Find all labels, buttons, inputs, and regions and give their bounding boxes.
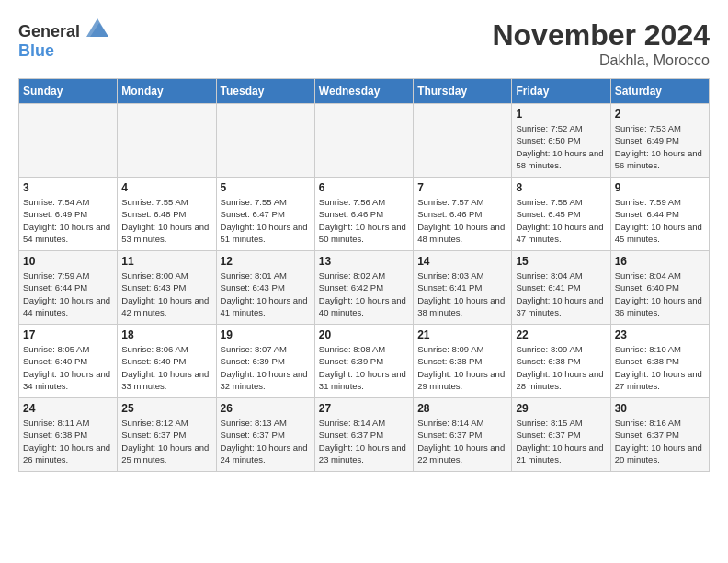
day-number: 9: [615, 181, 705, 194]
calendar-day-cell: [414, 104, 512, 178]
calendar-day-cell: 2Sunrise: 7:53 AM Sunset: 6:49 PM Daylig…: [610, 104, 709, 178]
calendar-day-cell: 29Sunrise: 8:15 AM Sunset: 6:37 PM Dayli…: [512, 398, 610, 472]
day-info: Sunrise: 8:09 AM Sunset: 6:38 PM Dayligh…: [417, 343, 507, 392]
day-number: 6: [319, 181, 409, 194]
calendar-week-row: 3Sunrise: 7:54 AM Sunset: 6:49 PM Daylig…: [19, 178, 710, 251]
weekday-header: Tuesday: [216, 79, 314, 104]
calendar-day-cell: 27Sunrise: 8:14 AM Sunset: 6:37 PM Dayli…: [314, 398, 413, 472]
title-block: November 2024 Dakhla, Morocco: [492, 18, 710, 69]
calendar-week-row: 17Sunrise: 8:05 AM Sunset: 6:40 PM Dayli…: [19, 325, 710, 398]
day-info: Sunrise: 8:08 AM Sunset: 6:39 PM Dayligh…: [319, 343, 409, 392]
day-number: 26: [221, 402, 311, 415]
day-info: Sunrise: 8:10 AM Sunset: 6:38 PM Dayligh…: [615, 343, 705, 392]
weekday-header: Saturday: [610, 79, 709, 104]
weekday-header: Wednesday: [314, 79, 413, 104]
calendar-day-cell: 22Sunrise: 8:09 AM Sunset: 6:38 PM Dayli…: [512, 325, 610, 398]
day-number: 24: [23, 402, 113, 415]
day-number: 27: [319, 402, 409, 415]
day-number: 4: [121, 181, 211, 194]
day-number: 3: [23, 181, 113, 194]
day-info: Sunrise: 7:54 AM Sunset: 6:49 PM Dayligh…: [23, 196, 113, 245]
calendar-day-cell: 10Sunrise: 7:59 AM Sunset: 6:44 PM Dayli…: [19, 251, 118, 325]
day-number: 7: [417, 181, 507, 194]
day-info: Sunrise: 8:04 AM Sunset: 6:41 PM Dayligh…: [516, 270, 606, 318]
day-number: 29: [516, 402, 606, 415]
calendar-day-cell: 21Sunrise: 8:09 AM Sunset: 6:38 PM Dayli…: [414, 325, 512, 398]
calendar-day-cell: 30Sunrise: 8:16 AM Sunset: 6:37 PM Dayli…: [610, 398, 709, 472]
day-info: Sunrise: 8:05 AM Sunset: 6:40 PM Dayligh…: [23, 343, 113, 392]
day-number: 19: [221, 328, 311, 341]
weekday-header: Thursday: [414, 79, 512, 104]
calendar-day-cell: 14Sunrise: 8:03 AM Sunset: 6:41 PM Dayli…: [414, 251, 512, 325]
day-number: 20: [319, 328, 409, 341]
day-info: Sunrise: 8:07 AM Sunset: 6:39 PM Dayligh…: [221, 343, 311, 392]
calendar-day-cell: 9Sunrise: 7:59 AM Sunset: 6:44 PM Daylig…: [610, 178, 709, 251]
logo-blue: Blue: [18, 41, 54, 60]
day-info: Sunrise: 8:11 AM Sunset: 6:38 PM Dayligh…: [23, 417, 113, 465]
day-number: 1: [516, 108, 606, 121]
calendar-day-cell: 12Sunrise: 8:01 AM Sunset: 6:43 PM Dayli…: [216, 251, 314, 325]
calendar-body: 1Sunrise: 7:52 AM Sunset: 6:50 PM Daylig…: [19, 104, 710, 472]
day-info: Sunrise: 8:14 AM Sunset: 6:37 PM Dayligh…: [319, 417, 409, 465]
day-info: Sunrise: 8:14 AM Sunset: 6:37 PM Dayligh…: [417, 417, 507, 465]
day-info: Sunrise: 8:01 AM Sunset: 6:43 PM Dayligh…: [221, 270, 311, 318]
day-number: 23: [615, 328, 705, 341]
calendar-day-cell: 20Sunrise: 8:08 AM Sunset: 6:39 PM Dayli…: [314, 325, 413, 398]
day-number: 16: [615, 255, 705, 268]
day-info: Sunrise: 8:16 AM Sunset: 6:37 PM Dayligh…: [615, 417, 705, 465]
day-info: Sunrise: 7:57 AM Sunset: 6:46 PM Dayligh…: [417, 196, 507, 245]
day-info: Sunrise: 7:53 AM Sunset: 6:49 PM Dayligh…: [615, 122, 705, 171]
calendar-day-cell: 25Sunrise: 8:12 AM Sunset: 6:37 PM Dayli…: [118, 398, 216, 472]
weekday-header: Sunday: [19, 79, 118, 104]
weekday-header-row: SundayMondayTuesdayWednesdayThursdayFrid…: [19, 79, 710, 104]
calendar-day-cell: 13Sunrise: 8:02 AM Sunset: 6:42 PM Dayli…: [314, 251, 413, 325]
calendar-table: SundayMondayTuesdayWednesdayThursdayFrid…: [18, 78, 710, 472]
day-info: Sunrise: 8:00 AM Sunset: 6:43 PM Dayligh…: [121, 270, 211, 318]
calendar-day-cell: 28Sunrise: 8:14 AM Sunset: 6:37 PM Dayli…: [414, 398, 512, 472]
calendar-day-cell: 23Sunrise: 8:10 AM Sunset: 6:38 PM Dayli…: [610, 325, 709, 398]
day-info: Sunrise: 7:56 AM Sunset: 6:46 PM Dayligh…: [319, 196, 409, 245]
calendar-day-cell: [19, 104, 118, 178]
day-number: 17: [23, 328, 113, 341]
logo-icon: [86, 18, 108, 37]
day-number: 14: [417, 255, 507, 268]
day-info: Sunrise: 8:13 AM Sunset: 6:37 PM Dayligh…: [221, 417, 311, 465]
month-title: November 2024: [492, 18, 710, 52]
weekday-header: Monday: [118, 79, 216, 104]
calendar-day-cell: 4Sunrise: 7:55 AM Sunset: 6:48 PM Daylig…: [118, 178, 216, 251]
page-header: General Blue November 2024 Dakhla, Moroc…: [18, 18, 710, 69]
calendar-day-cell: 11Sunrise: 8:00 AM Sunset: 6:43 PM Dayli…: [118, 251, 216, 325]
day-info: Sunrise: 8:06 AM Sunset: 6:40 PM Dayligh…: [121, 343, 211, 392]
day-number: 11: [121, 255, 211, 268]
calendar-day-cell: 6Sunrise: 7:56 AM Sunset: 6:46 PM Daylig…: [314, 178, 413, 251]
day-number: 5: [221, 181, 311, 194]
calendar-day-cell: [118, 104, 216, 178]
calendar-day-cell: 7Sunrise: 7:57 AM Sunset: 6:46 PM Daylig…: [414, 178, 512, 251]
calendar-day-cell: 1Sunrise: 7:52 AM Sunset: 6:50 PM Daylig…: [512, 104, 610, 178]
calendar-week-row: 1Sunrise: 7:52 AM Sunset: 6:50 PM Daylig…: [19, 104, 710, 178]
weekday-header: Friday: [512, 79, 610, 104]
calendar-day-cell: [216, 104, 314, 178]
day-number: 28: [417, 402, 507, 415]
day-number: 10: [23, 255, 113, 268]
day-info: Sunrise: 8:03 AM Sunset: 6:41 PM Dayligh…: [417, 270, 507, 318]
logo-text: General Blue: [18, 18, 108, 61]
calendar-day-cell: 3Sunrise: 7:54 AM Sunset: 6:49 PM Daylig…: [19, 178, 118, 251]
day-info: Sunrise: 7:55 AM Sunset: 6:48 PM Dayligh…: [121, 196, 211, 245]
calendar-day-cell: 17Sunrise: 8:05 AM Sunset: 6:40 PM Dayli…: [19, 325, 118, 398]
location-title: Dakhla, Morocco: [492, 52, 710, 69]
calendar-header: SundayMondayTuesdayWednesdayThursdayFrid…: [19, 79, 710, 104]
calendar-day-cell: 16Sunrise: 8:04 AM Sunset: 6:40 PM Dayli…: [610, 251, 709, 325]
day-info: Sunrise: 7:52 AM Sunset: 6:50 PM Dayligh…: [516, 122, 606, 171]
calendar-day-cell: 24Sunrise: 8:11 AM Sunset: 6:38 PM Dayli…: [19, 398, 118, 472]
day-number: 15: [516, 255, 606, 268]
calendar-week-row: 24Sunrise: 8:11 AM Sunset: 6:38 PM Dayli…: [19, 398, 710, 472]
day-info: Sunrise: 8:12 AM Sunset: 6:37 PM Dayligh…: [121, 417, 211, 465]
day-info: Sunrise: 7:58 AM Sunset: 6:45 PM Dayligh…: [516, 196, 606, 245]
calendar-day-cell: 18Sunrise: 8:06 AM Sunset: 6:40 PM Dayli…: [118, 325, 216, 398]
day-info: Sunrise: 8:04 AM Sunset: 6:40 PM Dayligh…: [615, 270, 705, 318]
day-info: Sunrise: 7:59 AM Sunset: 6:44 PM Dayligh…: [23, 270, 113, 318]
day-number: 13: [319, 255, 409, 268]
calendar-week-row: 10Sunrise: 7:59 AM Sunset: 6:44 PM Dayli…: [19, 251, 710, 325]
calendar-day-cell: 26Sunrise: 8:13 AM Sunset: 6:37 PM Dayli…: [216, 398, 314, 472]
